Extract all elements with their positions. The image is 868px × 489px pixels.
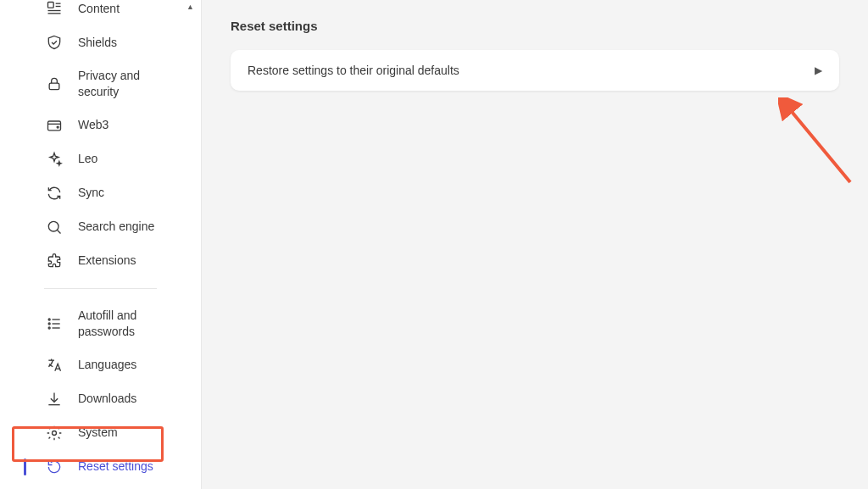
- svg-rect-5: [49, 83, 59, 90]
- content-icon: [46, 0, 63, 17]
- sidebar-item-label: Sync: [78, 185, 184, 201]
- sidebar-item-languages[interactable]: Languages: [0, 348, 201, 382]
- svg-point-16: [53, 431, 57, 435]
- sync-icon: [46, 185, 63, 202]
- shield-icon: [46, 34, 63, 51]
- sidebar-item-label: Downloads: [78, 391, 184, 407]
- sidebar-item-reset-settings[interactable]: Reset settings: [0, 450, 201, 484]
- sidebar-item-privacy[interactable]: Privacy and security: [0, 59, 201, 108]
- sidebar-item-label: Extensions: [78, 253, 184, 269]
- svg-point-8: [48, 221, 58, 231]
- svg-point-7: [57, 126, 58, 128]
- page-title: Reset settings: [231, 19, 839, 33]
- reset-icon: [46, 458, 63, 475]
- chevron-right-icon: ▶: [815, 64, 822, 76]
- svg-line-9: [57, 230, 60, 233]
- sidebar-item-downloads[interactable]: Downloads: [0, 382, 201, 416]
- sidebar-item-extensions[interactable]: Extensions: [0, 244, 201, 278]
- sidebar-item-autofill[interactable]: Autofill and passwords: [0, 299, 201, 348]
- sidebar-item-label: Shields: [78, 35, 184, 51]
- svg-line-17: [788, 108, 850, 182]
- sidebar-item-web3[interactable]: Web3: [0, 108, 201, 142]
- languages-icon: [46, 357, 63, 374]
- sidebar-item-label: Search engine: [78, 219, 184, 235]
- sidebar-item-system[interactable]: System: [0, 416, 201, 450]
- autofill-icon: [46, 315, 63, 332]
- gear-icon: [46, 425, 63, 442]
- sidebar-item-label: Privacy and security: [78, 68, 180, 100]
- svg-rect-6: [48, 121, 61, 131]
- svg-point-12: [48, 323, 50, 325]
- sparkle-icon: [46, 151, 63, 168]
- svg-point-14: [48, 327, 50, 329]
- wallet-icon: [46, 117, 63, 134]
- sidebar-item-label: System: [78, 425, 184, 441]
- restore-defaults-row[interactable]: Restore settings to their original defau…: [231, 50, 839, 91]
- settings-sidebar: ▲ Content Shields Privacy and security: [0, 0, 202, 489]
- restore-defaults-label: Restore settings to their original defau…: [248, 64, 459, 77]
- sidebar-item-shields[interactable]: Shields: [0, 25, 201, 59]
- sidebar-item-search-engine[interactable]: Search engine: [0, 210, 201, 244]
- lock-icon: [46, 75, 63, 92]
- sidebar-item-label: Reset settings: [78, 458, 184, 475]
- download-icon: [46, 391, 63, 408]
- search-icon: [46, 219, 63, 236]
- svg-rect-0: [48, 3, 54, 8]
- sidebar-divider: [44, 288, 157, 289]
- sidebar-item-sync[interactable]: Sync: [0, 176, 201, 210]
- sidebar-item-label: Content: [78, 1, 184, 17]
- sidebar-item-label: Web3: [78, 117, 184, 133]
- sidebar-item-leo[interactable]: Leo: [0, 142, 201, 176]
- sidebar-item-label: Leo: [78, 151, 184, 167]
- sidebar-item-content[interactable]: Content: [0, 0, 201, 25]
- sidebar-group-primary: Content Shields Privacy and security Web…: [0, 0, 201, 278]
- sidebar-item-label: Autofill and passwords: [78, 308, 180, 340]
- active-indicator: [24, 458, 26, 475]
- svg-point-10: [48, 319, 50, 320]
- puzzle-icon: [46, 253, 63, 270]
- sidebar-group-secondary: Autofill and passwords Languages Downloa…: [0, 299, 201, 484]
- annotation-arrow: [778, 97, 863, 191]
- main-content: Reset settings Restore settings to their…: [202, 0, 868, 489]
- sidebar-item-label: Languages: [78, 357, 184, 373]
